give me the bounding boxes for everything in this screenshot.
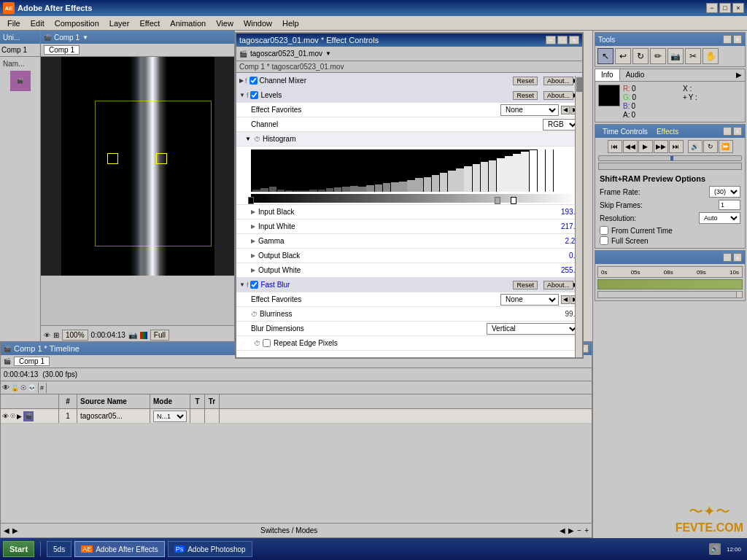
input-black-expand[interactable]: ▶ xyxy=(251,209,255,215)
levels-about[interactable]: About... xyxy=(543,91,573,100)
levels-enable[interactable] xyxy=(250,91,258,99)
tc-first[interactable]: ⏮ xyxy=(608,140,622,153)
ec-maximize[interactable]: □ xyxy=(557,36,568,44)
info-panel-menu[interactable]: ▶ xyxy=(733,69,745,81)
tool-hand[interactable]: ✋ xyxy=(703,48,719,64)
menu-file[interactable]: File xyxy=(3,18,25,29)
menu-edit[interactable]: Edit xyxy=(26,18,49,29)
histogram-slider-mid[interactable] xyxy=(495,197,500,204)
tc-minimize[interactable]: − xyxy=(723,127,732,136)
blur-dimensions-select[interactable]: Vertical Horizontal Horizontal and Verti… xyxy=(487,323,579,335)
gamma-expand[interactable]: ▶ xyxy=(251,238,255,244)
tools-close[interactable]: × xyxy=(733,35,742,44)
tool-rotate2[interactable]: ↻ xyxy=(632,48,649,64)
tool-rotate[interactable]: ↩ xyxy=(615,48,631,64)
tl-nav-next[interactable]: ▶ xyxy=(568,526,574,534)
tc-last[interactable]: ⏭ xyxy=(669,140,684,153)
tools-minimize[interactable]: − xyxy=(723,35,732,44)
start-button[interactable]: Start xyxy=(3,541,34,557)
tl-scroll-right[interactable]: ▶ xyxy=(12,526,18,534)
histogram-expand[interactable]: ▼ xyxy=(245,136,251,142)
repeat-edge-checkbox[interactable] xyxy=(263,339,271,347)
zoom-level[interactable]: 100% xyxy=(62,330,88,341)
ef-arrow-left[interactable]: ◀ xyxy=(561,106,570,114)
channel-mixer-about[interactable]: About... xyxy=(543,77,573,85)
taskbar-item-ps[interactable]: Ps Adobe Photoshop xyxy=(168,541,252,557)
ec-minimize[interactable]: − xyxy=(546,36,556,44)
comp-tab[interactable]: Comp 1 xyxy=(44,45,80,55)
fast-blur-reset[interactable]: Reset xyxy=(513,281,538,289)
tl-scroll-left[interactable]: ◀ xyxy=(4,526,9,534)
tool-select[interactable]: ↖ xyxy=(597,48,614,64)
close-button[interactable]: × xyxy=(732,3,744,13)
tc-play[interactable]: ▶ xyxy=(638,140,653,153)
mini-slider-handle[interactable] xyxy=(736,292,742,298)
histogram-slider-right[interactable] xyxy=(511,197,516,204)
layer-expand-tri[interactable]: ▶ xyxy=(17,413,22,420)
mini-tl-minimize[interactable]: − xyxy=(723,253,732,262)
tc-next[interactable]: ▶▶ xyxy=(654,140,668,153)
ec-content[interactable]: ▶ f Channel Mixer Reset About... ▶ ▼ f L… xyxy=(236,73,582,357)
ram-from-current-check[interactable] xyxy=(600,226,608,235)
tl-zoom-out[interactable]: − xyxy=(577,526,581,534)
ram-resolution-select[interactable]: Auto Full Half Third Quarter xyxy=(699,212,740,224)
ram-skip-input[interactable] xyxy=(719,200,740,210)
tool-stamp[interactable]: 📷 xyxy=(667,48,684,64)
tc-ram[interactable]: ⏩ xyxy=(719,140,733,153)
comp-viewer-menu-icon[interactable]: ▼ xyxy=(82,34,88,41)
info-tab-audio[interactable]: Audio xyxy=(620,69,651,81)
levels-reset[interactable]: Reset xyxy=(513,91,538,100)
layer-vis-eye[interactable]: 👁 xyxy=(2,413,9,420)
channel-mixer-reset[interactable]: Reset xyxy=(513,77,538,85)
fast-blur-ef-select[interactable]: None xyxy=(500,294,559,306)
tc-tab-effects[interactable]: Effects xyxy=(652,128,683,136)
output-white-expand[interactable]: ▶ xyxy=(251,267,255,273)
tc-tab-time[interactable]: Time Controls xyxy=(598,128,652,136)
tc-audio[interactable]: 🔊 xyxy=(688,140,703,153)
fast-blur-expand[interactable]: ▼ xyxy=(239,281,245,288)
effect-favorites-select[interactable]: None xyxy=(500,104,559,116)
tl-zoom-in[interactable]: + xyxy=(584,526,589,534)
tl-tab[interactable]: Comp 1 xyxy=(14,357,50,366)
channel-select[interactable]: RGB xyxy=(543,119,579,131)
levels-expand[interactable]: ▼ xyxy=(239,92,245,98)
menu-view[interactable]: View xyxy=(212,18,238,29)
fast-blur-enable[interactable] xyxy=(250,281,258,289)
tc-loop[interactable]: ↻ xyxy=(703,140,718,153)
ec-file-menu[interactable]: ▼ xyxy=(325,50,331,57)
project-tab[interactable]: Comp 1 xyxy=(0,44,40,57)
tool-pen[interactable]: ✏ xyxy=(650,48,666,64)
tc-prev[interactable]: ◀◀ xyxy=(623,140,638,153)
ram-full-screen-check[interactable] xyxy=(600,236,608,245)
taskbar-item-ae[interactable]: AE Adobe After Effects xyxy=(74,541,164,557)
tl-nav-prev[interactable]: ◀ xyxy=(560,526,565,534)
fb-ef-arrow-left[interactable]: ◀ xyxy=(561,295,570,304)
ec-close[interactable]: × xyxy=(569,36,579,44)
taskbar-item-5ds[interactable]: 5ds xyxy=(47,541,71,557)
menu-composition[interactable]: Composition xyxy=(50,18,104,29)
output-black-expand[interactable]: ▶ xyxy=(251,252,255,259)
tc-close[interactable]: × xyxy=(733,127,742,136)
tc-time-slider[interactable] xyxy=(598,163,742,170)
channel-mixer-expand[interactable]: ▶ xyxy=(239,77,244,84)
resolution-btn[interactable]: Full xyxy=(150,330,169,341)
menu-layer[interactable]: Layer xyxy=(105,18,134,29)
maximize-button[interactable]: □ xyxy=(719,3,731,13)
fast-blur-about[interactable]: About... xyxy=(543,281,573,289)
channel-mixer-enable[interactable] xyxy=(249,77,258,85)
tl-mode-select[interactable]: N...1 xyxy=(153,411,187,422)
tool-scissors[interactable]: ✂ xyxy=(685,48,701,64)
menu-help[interactable]: Help xyxy=(278,18,303,29)
mini-playback-slider[interactable] xyxy=(597,291,743,298)
minimize-button[interactable]: − xyxy=(706,3,718,13)
mini-tl-close[interactable]: × xyxy=(733,253,742,262)
info-tab-info[interactable]: Info xyxy=(595,69,620,81)
tc-playback-bar[interactable] xyxy=(598,155,742,161)
ec-scrollbar-thumb[interactable] xyxy=(576,77,582,92)
ec-scrollbar[interactable] xyxy=(575,76,582,357)
menu-window[interactable]: Window xyxy=(239,18,276,29)
histogram-slider-left[interactable] xyxy=(248,197,254,204)
ram-frame-rate-select[interactable]: (30) xyxy=(709,186,740,198)
menu-animation[interactable]: Animation xyxy=(166,18,210,29)
input-white-expand[interactable]: ▶ xyxy=(251,223,255,230)
